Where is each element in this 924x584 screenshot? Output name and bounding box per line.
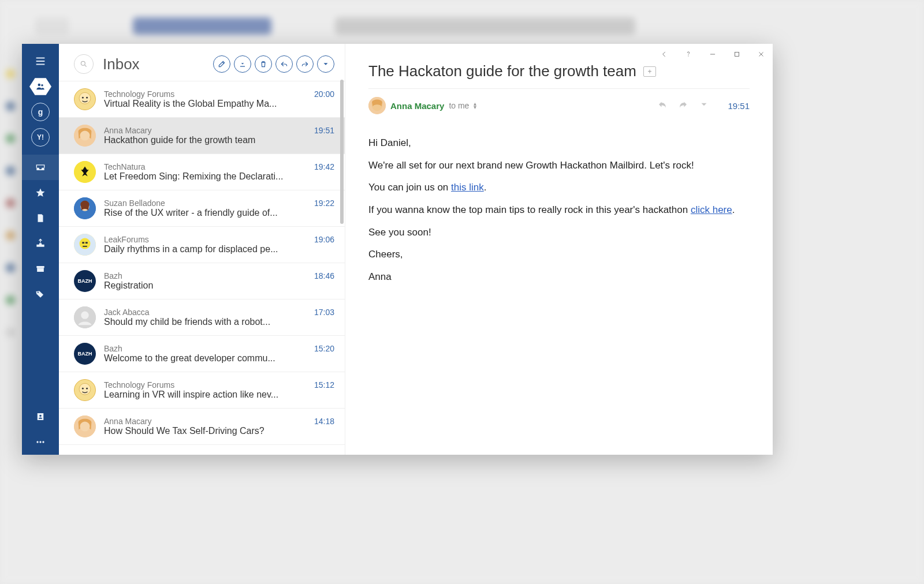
star-icon	[35, 187, 46, 199]
svg-point-30	[86, 388, 88, 390]
trash-icon	[259, 60, 267, 68]
forward-button[interactable]	[296, 55, 314, 73]
folder-archive[interactable]	[22, 256, 59, 282]
mail-item[interactable]: TechNaturaLet Freedom Sing: Remixing the…	[59, 154, 345, 190]
mail-item[interactable]: Technology ForumsVirtual Reality is the …	[59, 81, 345, 118]
folder-sent[interactable]	[22, 231, 59, 256]
svg-point-10	[81, 61, 85, 65]
archive-icon	[35, 263, 46, 275]
mail-sender: Bazh	[104, 344, 306, 353]
address-book[interactable]	[22, 404, 59, 429]
mail-time: 14:18	[314, 417, 334, 426]
mail-sender: Technology Forums	[104, 380, 306, 390]
note-icon	[35, 213, 46, 223]
folder-starred[interactable]	[22, 180, 59, 205]
svg-point-4	[38, 292, 39, 293]
close-button[interactable]	[755, 48, 767, 60]
add-tag-button[interactable]: +	[643, 66, 656, 77]
msg-forward-button[interactable]	[678, 99, 688, 112]
compose-button[interactable]	[213, 55, 230, 73]
body-line: See you soon!	[368, 226, 750, 240]
reply-button[interactable]	[275, 55, 293, 73]
svg-point-14	[86, 97, 88, 99]
hamburger-menu[interactable]	[22, 48, 59, 74]
sender-avatar	[368, 97, 386, 114]
account-yahoo[interactable]: Y!	[22, 125, 59, 150]
mail-item[interactable]: Technology ForumsLearning in VR will ins…	[59, 372, 345, 409]
mail-sender: LeakForums	[104, 235, 306, 244]
maximize-button[interactable]	[731, 48, 743, 60]
yahoo-icon: Y!	[31, 128, 50, 147]
compose-icon	[218, 60, 226, 68]
avatar	[74, 88, 96, 110]
mail-item[interactable]: LeakForumsDaily rhythms in a camp for di…	[59, 227, 345, 263]
more-menu[interactable]	[22, 429, 59, 455]
avatar	[74, 234, 96, 256]
back-button[interactable]	[658, 48, 670, 60]
mail-list[interactable]: Technology ForumsVirtual Reality is the …	[59, 81, 345, 455]
mail-time: 19:22	[314, 199, 334, 208]
help-button[interactable]	[683, 48, 694, 60]
svg-point-13	[82, 97, 84, 99]
tips-link[interactable]: click here	[691, 204, 732, 215]
maximize-icon	[733, 50, 741, 58]
mail-time: 20:00	[314, 89, 334, 99]
mail-item[interactable]: Suzan BelladoneRise of the UX writer - a…	[59, 190, 345, 227]
account-google[interactable]: g	[22, 99, 59, 125]
msg-reply-button[interactable]	[657, 99, 668, 112]
list-header: Inbox	[59, 44, 345, 81]
svg-point-21	[80, 238, 91, 249]
mail-time: 18:46	[314, 271, 334, 280]
delete-button[interactable]	[255, 55, 272, 73]
more-actions-button[interactable]	[317, 55, 334, 73]
svg-rect-34	[735, 53, 739, 57]
folder-inbox[interactable]	[22, 155, 59, 180]
body-line: Hi Daniel,	[368, 136, 750, 151]
mail-subject: Let Freedom Sing: Remixing the Declarati…	[104, 171, 306, 182]
mail-time: 19:06	[314, 235, 334, 244]
message-subject: The Hackaton guide for the growth team	[368, 62, 636, 80]
addressbook-icon	[35, 411, 46, 422]
body-line: We're all set for our next brand new Gro…	[368, 159, 750, 173]
minimize-icon	[709, 50, 717, 58]
svg-point-8	[39, 441, 41, 443]
svg-point-26	[81, 312, 88, 319]
avatar	[74, 306, 96, 328]
svg-rect-3	[37, 268, 44, 272]
help-icon	[684, 50, 692, 58]
expand-recipients[interactable]: ▴▾	[474, 102, 476, 109]
mail-time: 17:03	[314, 308, 334, 317]
folder-tags[interactable]	[22, 282, 59, 307]
body-line: If you wanna know the top main tips to r…	[368, 203, 750, 218]
mail-subject: Learning in VR will inspire action like …	[104, 390, 306, 400]
message-actions: 19:51	[657, 99, 750, 112]
list-toolbar	[213, 55, 334, 73]
svg-point-29	[82, 388, 84, 390]
mail-sender: Jack Abacca	[104, 308, 306, 317]
search-icon	[80, 60, 88, 68]
avatar	[74, 197, 96, 219]
mail-item[interactable]: Anna MacaryHackathon guide for the growt…	[59, 118, 345, 154]
folder-notes[interactable]	[22, 205, 59, 231]
search-button[interactable]	[74, 54, 94, 74]
msg-more-button[interactable]	[699, 99, 709, 112]
body-line: Cheers,	[368, 248, 750, 262]
avatar	[74, 125, 96, 147]
account-contacts[interactable]	[22, 74, 59, 99]
folder-title: Inbox	[103, 55, 204, 73]
mail-item[interactable]: Anna MacaryHow Should We Tax Self-Drivin…	[59, 409, 345, 445]
mail-list-pane: Inbox Technology ForumsVirtual Reality i…	[59, 44, 345, 455]
mail-subject: Welcome to the great developer commu...	[104, 353, 306, 364]
join-link[interactable]: this link	[451, 182, 484, 193]
mail-item[interactable]: BAZHBazhWelcome to the great developer c…	[59, 336, 345, 372]
minimize-button[interactable]	[707, 48, 718, 60]
close-icon	[757, 50, 765, 58]
mail-sender: Technology Forums	[104, 89, 306, 99]
scrollbar[interactable]	[340, 80, 344, 224]
mail-item[interactable]: BAZHBazhRegistration18:46	[59, 263, 345, 300]
mail-sender: TechNatura	[104, 162, 306, 171]
mail-time: 15:20	[314, 344, 334, 353]
download-button[interactable]	[234, 55, 251, 73]
mail-item[interactable]: Jack AbaccaShould my child be friends wi…	[59, 300, 345, 336]
sender-name: Anna Macary	[390, 101, 444, 111]
